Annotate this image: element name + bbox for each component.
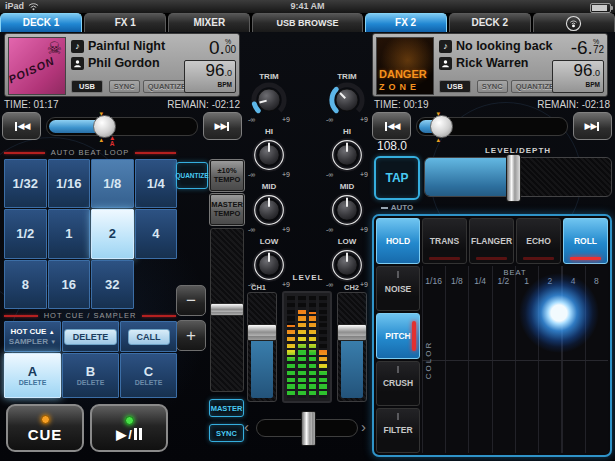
deck2-time-elapsed: TIME: 00:19 [374, 99, 428, 110]
loop-2-button[interactable]: 2 [91, 209, 134, 258]
ch1-trim-label: TRIM [259, 73, 279, 81]
fx-xy-pad[interactable]: BEAT 1/161/8 1/41/2 12 48 COLOR [422, 266, 608, 453]
hot-cue-controls: HOT CUE ▲ SAMPLER ▼ DELETE CALL [4, 321, 177, 352]
deck1-prev-button[interactable]: ◀◀ [2, 112, 41, 140]
ch1-label: CH1 [251, 283, 266, 292]
cue-led [41, 415, 50, 424]
ch2-trim-knob[interactable] [329, 82, 365, 118]
hot-cue-sampler-toggle[interactable]: HOT CUE ▲ SAMPLER ▼ [4, 321, 61, 352]
loop-32-button[interactable]: 32 [91, 260, 134, 309]
ch2-hi-label: HI [343, 128, 351, 136]
artist-icon [439, 57, 452, 70]
deck2-track-title: No looking back [456, 39, 553, 53]
ch2-label: CH2 [344, 283, 359, 292]
deck1-track-display: ☠ POISON ♪Painful Night Phil Gordon USB … [4, 33, 240, 97]
tab-mixer[interactable]: MIXER [168, 13, 250, 32]
ch1-volume-fader[interactable] [247, 292, 277, 402]
ch2-mid-label: MID [340, 183, 355, 191]
deck2-tempo-display: -6. %72 [571, 38, 604, 57]
artist-icon [71, 57, 84, 70]
level-depth-handle[interactable] [506, 154, 521, 202]
tab-deck2[interactable]: DECK 2 [449, 13, 531, 32]
music-note-icon: ♪ [71, 40, 84, 53]
deck2-seek-thumb[interactable] [430, 115, 453, 138]
deck1-sync-button[interactable]: SYNC [209, 424, 244, 442]
tab-fx2[interactable]: FX 2 [365, 13, 447, 32]
deck1-tempo-slider[interactable] [210, 228, 244, 392]
ch2-fader-handle[interactable] [337, 324, 367, 341]
ch1-mid-knob[interactable] [251, 192, 287, 228]
ch1-trim-knob[interactable] [251, 82, 287, 118]
loop-1-8-button[interactable]: 1/8 [91, 159, 134, 208]
loop-16-button[interactable]: 16 [48, 260, 91, 309]
quantize-button[interactable]: QUANTIZE [176, 162, 208, 189]
fx2-bpm-display: 108.0 [377, 139, 407, 153]
loop-1-button[interactable]: 1 [48, 209, 91, 258]
ch1-fader-handle[interactable] [247, 324, 277, 341]
status-bar: iPad 9:41 AM [0, 0, 615, 13]
crossfader[interactable] [256, 419, 358, 437]
loop-1-32-button[interactable]: 1/32 [4, 159, 47, 208]
level-depth-slider[interactable] [424, 157, 612, 197]
deck1-seek-bar[interactable]: ▾ ▴ ▲A [46, 117, 198, 136]
record-broadcast-icon [565, 15, 582, 32]
loop-1-4-button[interactable]: 1/4 [135, 159, 178, 208]
pitch-bend-plus-button[interactable]: + [176, 320, 206, 351]
tab-deck1[interactable]: DECK 1 [0, 13, 82, 32]
tab-record[interactable] [533, 13, 615, 32]
hot-cue-pad-c[interactable]: CDELETE [120, 353, 177, 398]
play-pause-icon: ▶/ [116, 428, 142, 441]
fx-filter-button[interactable]: FILTER [376, 408, 420, 453]
tap-button[interactable]: TAP [374, 156, 420, 200]
deck2-bpm-display: 96.0 BPM [552, 60, 604, 93]
fx2-panel: HOLD TRANS FLANGER ECHO ROLL NOISE PITCH… [372, 214, 612, 457]
deck1-tempo-slider-handle[interactable] [210, 303, 244, 316]
hot-cue-call-button[interactable]: CALL [128, 329, 170, 345]
fx-pitch-button[interactable]: PITCH [376, 313, 420, 358]
master-tempo-button[interactable]: MASTER TEMPO [210, 194, 244, 225]
deck1-album-art: ☠ POISON [8, 37, 66, 95]
fx-echo-button[interactable]: ECHO [516, 218, 561, 264]
tempo-range-button[interactable]: ±10% TEMPO [210, 160, 244, 191]
fx-crush-button[interactable]: CRUSH [376, 361, 420, 406]
fx-flanger-button[interactable]: FLANGER [469, 218, 514, 264]
crossfader-right-icon: › [361, 419, 366, 434]
deck2-time-remaining: REMAIN: -02:18 [537, 99, 610, 110]
hot-cue-pad-a[interactable]: ADELETE [4, 353, 61, 398]
hot-cue-pad-b[interactable]: BDELETE [62, 353, 119, 398]
loop-8-button[interactable]: 8 [4, 260, 47, 309]
ch2-trim-label: TRIM [337, 73, 357, 81]
tab-usb-browse[interactable]: USB BROWSE [252, 13, 362, 32]
loop-1-16-button[interactable]: 1/16 [48, 159, 91, 208]
fx-roll-button[interactable]: ROLL [563, 218, 608, 264]
ch1-hi-label: HI [265, 128, 273, 136]
ch2-volume-fader[interactable] [337, 292, 367, 402]
loop-4-button[interactable]: 4 [135, 209, 178, 258]
ch2-hi-knob[interactable] [329, 137, 365, 173]
deck2-prev-button[interactable]: ◀◀ [372, 112, 411, 140]
pitch-bend-minus-button[interactable]: − [176, 285, 206, 316]
play-pause-button[interactable]: ▶/ [90, 404, 168, 452]
cue-button[interactable]: CUE [6, 404, 84, 452]
deck2-artist: Rick Warren [456, 56, 528, 70]
deck2-seek-bar[interactable]: ▾ ▴ [416, 117, 568, 136]
ch2-mid-knob[interactable] [329, 192, 365, 228]
tab-fx1[interactable]: FX 1 [84, 13, 166, 32]
status-clock: 9:41 AM [0, 1, 615, 11]
deck1-master-button[interactable]: MASTER [209, 399, 244, 417]
level-meter [282, 291, 332, 403]
deck1-bpm-display: 96.0 BPM [184, 60, 236, 93]
beat-axis-label: BEAT [422, 268, 608, 277]
hot-cue-delete-button[interactable]: DELETE [64, 329, 118, 345]
deck2-next-button[interactable]: ▶▶ [573, 112, 612, 140]
deck2-track-display: DANGER ZONE ♪No looking back Rick Warren… [372, 33, 608, 97]
deck1-time-remaining: REMAIN: -02:12 [167, 99, 240, 110]
deck1-next-button[interactable]: ▶▶ [203, 112, 242, 140]
ch1-hi-knob[interactable] [251, 137, 287, 173]
xy-touch-point[interactable] [519, 273, 599, 353]
fx-noise-button[interactable]: NOISE [376, 266, 420, 311]
crossfader-handle[interactable] [301, 411, 316, 446]
loop-1-2-button[interactable]: 1/2 [4, 209, 47, 258]
fx-hold-button[interactable]: HOLD [376, 218, 420, 264]
fx-trans-button[interactable]: TRANS [422, 218, 467, 264]
